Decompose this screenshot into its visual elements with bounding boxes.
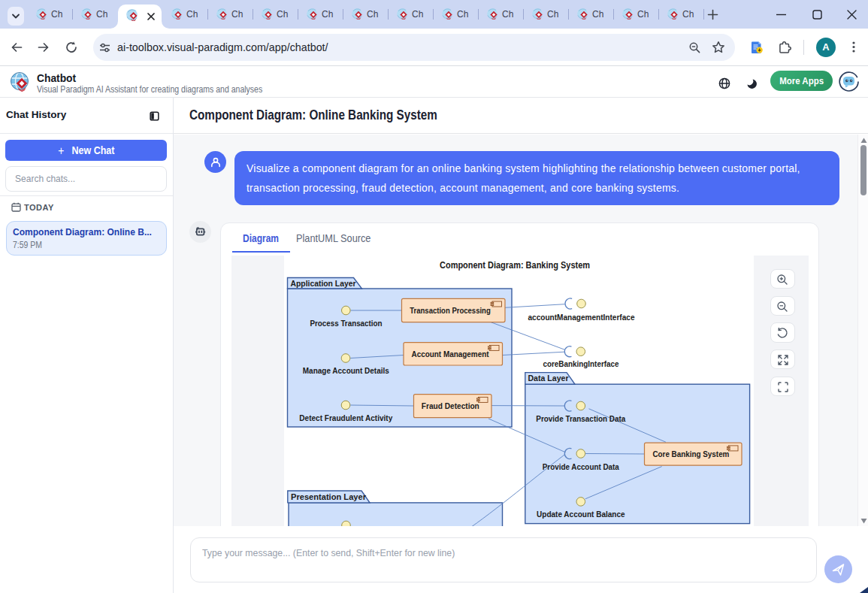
svg-text:Manage Account Details: Manage Account Details	[303, 366, 389, 375]
svg-text:Fraud Detection: Fraud Detection	[422, 401, 479, 410]
svg-text:Component Diagram: Banking Sys: Component Diagram: Banking System	[440, 260, 590, 271]
svg-text:Detect Fraudulent Activity: Detect Fraudulent Activity	[299, 413, 393, 422]
svg-text:Provide Transaction Data: Provide Transaction Data	[536, 414, 626, 423]
svg-text:Application Layer: Application Layer	[290, 279, 356, 288]
svg-text:Transaction Processing: Transaction Processing	[410, 306, 491, 315]
svg-text:Provide Account Data: Provide Account Data	[543, 462, 620, 471]
svg-text:coreBankingInterface: coreBankingInterface	[543, 359, 618, 368]
svg-text:Update Account Balance: Update Account Balance	[537, 510, 625, 519]
svg-text:Core Banking System: Core Banking System	[652, 449, 729, 458]
svg-text:Data Layer: Data Layer	[528, 374, 569, 383]
svg-text:Account Management: Account Management	[411, 349, 488, 359]
svg-text:Presentation Layer: Presentation Layer	[291, 492, 367, 501]
svg-text:accountManagementInterface: accountManagementInterface	[528, 313, 634, 322]
svg-text:Process Transaction: Process Transaction	[310, 319, 382, 328]
